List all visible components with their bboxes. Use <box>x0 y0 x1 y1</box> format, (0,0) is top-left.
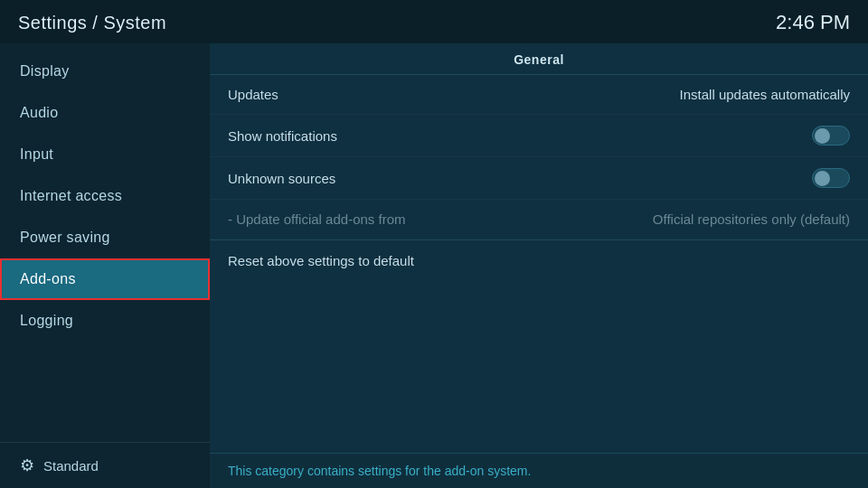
main-layout: Display Audio Input Internet access Powe… <box>0 43 868 488</box>
content-footer: This category contains settings for the … <box>210 453 868 488</box>
toggle-knob <box>815 128 830 144</box>
page-title: Settings / System <box>18 13 166 33</box>
update-official-value: Official repositories only (default) <box>653 211 850 227</box>
content-inner: General Updates Install updates automati… <box>210 43 868 453</box>
sidebar-item-audio[interactable]: Audio <box>0 92 210 134</box>
sidebar-item-input[interactable]: Input <box>0 134 210 175</box>
footer-info: This category contains settings for the … <box>228 464 531 478</box>
setting-row-unknown-sources[interactable]: Unknown sources <box>210 157 868 200</box>
updates-label: Updates <box>228 87 278 102</box>
header: Settings / System 2:46 PM <box>0 0 868 43</box>
updates-value: Install updates automatically <box>680 87 850 102</box>
sidebar-footer: ⚙ Standard <box>0 442 210 488</box>
unknown-sources-label: Unknown sources <box>228 171 335 186</box>
settings-list: Updates Install updates automatically Sh… <box>210 75 868 239</box>
sidebar-item-power-saving[interactable]: Power saving <box>0 217 210 258</box>
update-official-label: - Update official add-ons from <box>228 211 406 227</box>
sidebar-item-display[interactable]: Display <box>0 51 210 92</box>
reset-row[interactable]: Reset above settings to default <box>210 240 868 282</box>
unknown-sources-toggle[interactable] <box>812 168 850 188</box>
show-notifications-label: Show notifications <box>228 128 337 144</box>
sidebar-item-add-ons[interactable]: Add-ons <box>0 258 210 300</box>
content-area: General Updates Install updates automati… <box>210 43 868 488</box>
setting-row-show-notifications[interactable]: Show notifications <box>210 115 868 157</box>
gear-icon: ⚙ <box>20 455 34 475</box>
sidebar-item-internet-access[interactable]: Internet access <box>0 175 210 217</box>
sidebar: Display Audio Input Internet access Powe… <box>0 43 210 488</box>
toggle-knob-2 <box>815 171 830 186</box>
sidebar-item-logging[interactable]: Logging <box>0 300 210 342</box>
setting-row-updates[interactable]: Updates Install updates automatically <box>210 75 868 115</box>
reset-label: Reset above settings to default <box>228 253 414 268</box>
setting-row-update-official[interactable]: - Update official add-ons from Official … <box>210 200 868 239</box>
show-notifications-toggle[interactable] <box>812 126 850 145</box>
section-header: General <box>210 43 868 75</box>
standard-label: Standard <box>43 458 99 474</box>
clock: 2:46 PM <box>776 11 850 34</box>
